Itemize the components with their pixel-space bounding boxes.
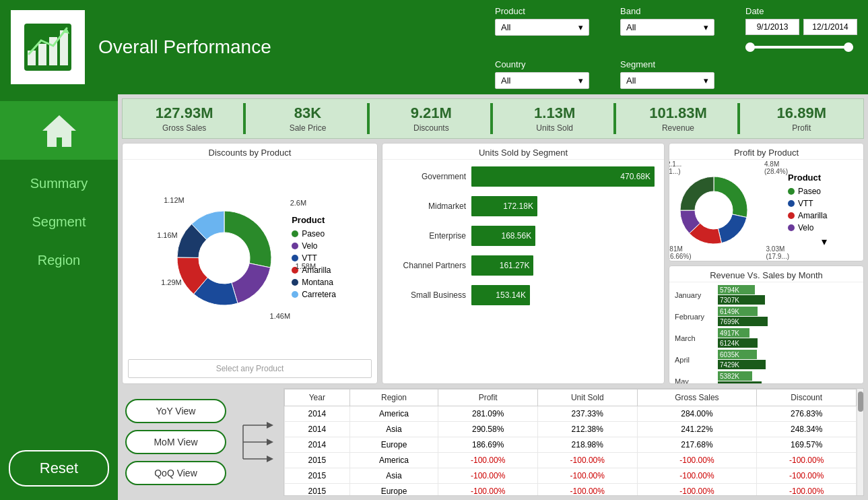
sales-bar: 7307K — [718, 295, 765, 305]
table-header: Discount — [757, 389, 857, 406]
home-icon — [39, 112, 79, 149]
svg-marker-10 — [267, 439, 273, 445]
legend-item: Velo — [292, 241, 336, 251]
date-slider[interactable] — [745, 40, 853, 54]
segment-label: Segment — [32, 214, 86, 229]
sales-bar: 7429K — [718, 360, 766, 369]
profit-donut-area: 2.1...(1...) 4.8M(28.4%) 3.03M(17.9...) … — [669, 160, 863, 261]
table-cell: Europe — [349, 437, 438, 453]
kpi-label: Discounts — [372, 123, 490, 133]
donut-svg — [164, 197, 285, 319]
bar-row: Small Business 153.14K — [392, 285, 655, 305]
bar-label: Government — [392, 172, 466, 181]
donut-chart: 1.12M 1.16M 1.29M 1.46M 1.58M 2.6M — [164, 197, 285, 319]
kpi-label: Units Sold — [496, 123, 613, 133]
view-button[interactable]: QoQ View — [125, 461, 226, 485]
band-label: Band — [620, 6, 732, 16]
profit-legend-scroll[interactable]: ▾ — [788, 235, 827, 248]
kpi-item: 101.83M Revenue — [616, 99, 739, 138]
rev-bar: 5794K — [718, 285, 755, 294]
rev-bar: 4917K — [718, 328, 749, 338]
product-select[interactable]: All ▾ — [495, 19, 589, 36]
donut-label-5: 1.58M — [296, 262, 316, 270]
rev-bars: 5382K 6768K — [718, 371, 858, 383]
band-filter: Band All ▾ — [620, 6, 732, 36]
table-cell: 2014 — [285, 437, 350, 453]
kpi-value: 101.83M — [619, 104, 737, 122]
band-select[interactable]: All ▾ — [620, 19, 714, 36]
profit-label-br: 3.03M(17.9...) — [766, 245, 789, 260]
logo — [11, 10, 85, 84]
table-cell: 212.38% — [537, 422, 637, 437]
main-layout: Summary Segment Region Reset 127.93M Gro… — [0, 94, 868, 500]
legend-item: Montana — [292, 278, 336, 287]
date-end[interactable]: 12/1/2014 — [803, 19, 857, 35]
table-cell: -100.00% — [438, 484, 538, 496]
sales-bar: 6768K — [718, 381, 762, 383]
sidebar-home[interactable] — [0, 101, 118, 160]
bar-label: Midmarket — [392, 201, 466, 211]
country-select[interactable]: All ▾ — [495, 72, 589, 89]
reset-button[interactable]: Reset — [9, 450, 109, 487]
segment-select[interactable]: All ▾ — [620, 72, 714, 89]
profit-legend-item: VTT — [788, 199, 827, 208]
view-button[interactable]: YoY View — [125, 399, 226, 423]
legend-title: Product — [292, 215, 336, 225]
discounts-title: Discounts by Product — [123, 144, 377, 160]
revenue-panel: Revenue Vs. Sales by Month January 5794K… — [669, 265, 864, 384]
table-cell: 2014 — [285, 406, 350, 422]
product-filter: Product All ▾ — [495, 6, 607, 36]
svg-marker-6 — [42, 115, 76, 147]
units-panel: Units Sold by Segment Government 470.68K… — [382, 143, 665, 384]
scroll-indicator[interactable] — [857, 389, 863, 495]
bar-row: Government 470.68K — [392, 166, 655, 187]
profit-panel: Profit by Product 2.1...(1...) 4.8M(28.4… — [669, 143, 864, 261]
table-header: Year — [285, 389, 350, 406]
rev-bars: 5794K 7307K — [718, 285, 858, 305]
profit-donut-svg — [673, 170, 754, 251]
rev-bar: 6149K — [718, 307, 758, 316]
month-label: January — [675, 291, 715, 299]
view-button[interactable]: MoM View — [125, 430, 226, 454]
revenue-table: January 5794K 7307K February 6149K 7699K… — [669, 282, 863, 383]
units-title: Units Sold by Segment — [382, 144, 664, 160]
segment-label: Segment — [620, 59, 732, 69]
table-header: Gross Sales — [637, 389, 757, 406]
date-start[interactable]: 9/1/2013 — [745, 19, 799, 35]
chevron-down-icon: ▾ — [704, 75, 708, 86]
profit-legend-item: Paseo — [788, 187, 827, 196]
svg-rect-2 — [38, 44, 46, 65]
table-cell: 2015 — [285, 453, 350, 468]
kpi-item: 16.89M Profit — [740, 99, 863, 138]
product-select-dropdown[interactable]: Select any Product — [128, 359, 372, 378]
kpi-item: 1.13M Units Sold — [493, 99, 616, 138]
table-header: Unit Sold — [537, 389, 637, 406]
segment-filter: Segment All ▾ — [620, 59, 732, 89]
slider-thumb-right[interactable] — [844, 42, 853, 52]
bottom-row: YoY ViewMoM ViewQoQ View YearRegionP — [122, 388, 864, 496]
rev-bar: 6035K — [718, 350, 757, 359]
right-column: Profit by Product 2.1...(1...) 4.8M(28.4… — [669, 143, 864, 384]
profit-legend: Product PaseoVTTAmarillaVelo ▾ — [788, 173, 827, 248]
table-cell: -100.00% — [757, 453, 857, 468]
table-cell: 169.57% — [757, 437, 857, 453]
table-cell: -100.00% — [537, 468, 637, 484]
sidebar-item-region[interactable]: Region — [6, 243, 112, 278]
donut-label-3: 1.29M — [161, 278, 182, 286]
kpi-value: 127.93M — [125, 104, 243, 122]
table-cell: -100.00% — [637, 468, 757, 484]
sidebar-item-summary[interactable]: Summary — [6, 166, 112, 201]
reset-label: Reset — [40, 460, 78, 476]
table-cell: -100.00% — [537, 484, 637, 496]
kpi-value: 16.89M — [743, 104, 861, 122]
chevron-down-icon: ▾ — [578, 75, 583, 86]
date-range: 9/1/2013 12/1/2014 — [745, 19, 857, 35]
donut-area: 1.12M 1.16M 1.29M 1.46M 1.58M 2.6M Produ… — [123, 160, 377, 356]
donut-label-1: 1.12M — [164, 196, 185, 204]
sidebar-item-segment[interactable]: Segment — [6, 205, 112, 239]
slider-thumb-left[interactable] — [745, 42, 755, 52]
svg-marker-8 — [267, 422, 273, 429]
kpi-item: 83K Sale Price — [246, 99, 369, 138]
page-title: Overall Performance — [98, 36, 495, 58]
logo-icon — [21, 20, 75, 74]
